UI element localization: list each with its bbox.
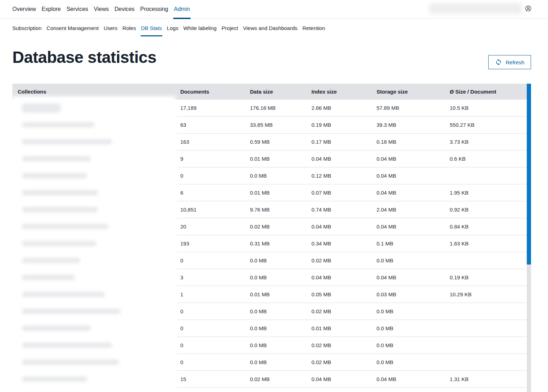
cell-data-size: 0.01 MB: [250, 190, 311, 196]
cell-avg-size: 3.73 KB: [450, 139, 531, 145]
table-row: 17,189176.18 MB2.66 MB57.89 MB10.5 KB: [12, 100, 531, 117]
table-row: 00.0 MB0.01 MB0.0 MB: [12, 320, 531, 337]
table-row: 90.01 MB0.04 MB0.04 MB0.6 KB: [12, 150, 531, 167]
nav-item-views[interactable]: Views: [91, 0, 111, 18]
cell-index-size: 2.66 MB: [311, 105, 377, 111]
subnav-item-views-and-dashboards[interactable]: Views and Dashboards: [240, 19, 300, 37]
subnav-item-logs[interactable]: Logs: [164, 19, 181, 37]
collection-name-redacted: [22, 190, 98, 195]
nav-item-devices[interactable]: Devices: [112, 0, 138, 18]
cell-documents: 6: [180, 190, 250, 196]
collection-name-redacted: [22, 360, 119, 365]
cell-documents: 9: [180, 156, 250, 162]
cell-documents: 1: [180, 291, 250, 297]
cell-avg-size: 550.27 KB: [450, 122, 531, 128]
subnav-item-consent-management[interactable]: Consent Management: [44, 19, 101, 37]
cell-data-size: 9.76 MB: [250, 207, 311, 213]
cell-collection-name: [12, 117, 180, 133]
cell-storage-size: 0.04 MB: [377, 224, 450, 230]
subnav-item-users[interactable]: Users: [101, 19, 120, 37]
table-row: 10.01 MB0.05 MB0.03 MB10.29 KB: [12, 286, 531, 303]
cell-documents: 0: [180, 342, 250, 348]
cell-data-size: 0.31 MB: [250, 240, 311, 247]
nav-item-overview[interactable]: Overview: [10, 0, 39, 18]
cell-storage-size: 0.1 MB: [377, 240, 450, 247]
cell-data-size: 176.18 MB: [250, 105, 311, 111]
cell-storage-size: 0.04 MB: [377, 190, 450, 196]
table-row: 6333.85 MB0.19 MB39.3 MB550.27 KB: [12, 117, 531, 133]
nav-item-explore[interactable]: Explore: [39, 0, 64, 18]
table-scrollbar[interactable]: [527, 84, 531, 392]
subnav-item-project[interactable]: Project: [219, 19, 241, 37]
cell-collection-name: [12, 218, 180, 235]
cell-data-size: 33.85 MB: [250, 122, 311, 128]
subnav-item-subscription[interactable]: Subscription: [10, 19, 44, 37]
cell-storage-size: 0.04 MB: [377, 156, 450, 162]
cell-documents: 3: [180, 274, 250, 280]
column-header-index-size: Index size: [311, 89, 377, 95]
table-row: 150.02 MB0.04 MB0.04 MB1.31 KB: [12, 371, 531, 388]
cell-avg-size: 10.5 KB: [450, 105, 531, 111]
user-account-icon[interactable]: [525, 5, 532, 12]
nav-item-services[interactable]: Services: [64, 0, 91, 18]
collection-name-redacted: [22, 122, 94, 127]
collection-name-redacted: [22, 275, 75, 280]
cell-data-size: 0.0 MB: [250, 173, 311, 179]
cell-index-size: 0.07 MB: [311, 190, 377, 196]
cell-storage-size: 0.0 MB: [377, 308, 450, 314]
cell-storage-size: 0.0 MB: [377, 342, 450, 348]
subnav-item-white-labeling[interactable]: White labeling: [181, 19, 219, 37]
table-body: 17,189176.18 MB2.66 MB57.89 MB10.5 KB633…: [12, 100, 531, 392]
page-header: Database statistics Refresh: [0, 37, 548, 84]
cell-index-size: 0.04 MB: [311, 156, 377, 162]
table-row: 1630.59 MB0.17 MB0.18 MB3.73 KB: [12, 133, 531, 150]
cell-storage-size: 0.03 MB: [377, 291, 450, 297]
cell-storage-size: 0.0 MB: [377, 359, 450, 365]
column-header-collections: Collections: [12, 84, 180, 100]
table-row: 00.0 MB0.12 MB0.04 MB: [12, 167, 531, 184]
subnav-item-roles[interactable]: Roles: [120, 19, 138, 37]
cell-index-size: 0.02 MB: [311, 342, 377, 348]
refresh-button[interactable]: Refresh: [488, 55, 531, 69]
cell-index-size: 0.04 MB: [311, 224, 377, 230]
column-header-documents: Documents: [180, 89, 250, 95]
nav-item-admin[interactable]: Admin: [171, 0, 193, 18]
cell-data-size: 0.59 MB: [250, 139, 311, 145]
cell-collection-name: [12, 235, 180, 252]
cell-collection-name: [12, 167, 180, 184]
collection-name-redacted: [22, 258, 80, 263]
cell-index-size: 0.05 MB: [311, 291, 377, 297]
cell-avg-size: 1.31 KB: [450, 376, 531, 382]
table-row: 00.0 MB0.02 MB0.0 MB: [12, 303, 531, 320]
subnav-item-db-stats[interactable]: DB Stats: [139, 19, 164, 37]
cell-index-size: 0.34 MB: [311, 240, 377, 247]
collection-name-redacted: [22, 139, 112, 144]
column-header-size-document: Ø Size / Document: [450, 89, 531, 95]
nav-item-processing[interactable]: Processing: [138, 0, 171, 18]
cell-storage-size: 39.3 MB: [377, 122, 450, 128]
subnav-item-retention[interactable]: Retention: [300, 19, 327, 37]
cell-data-size: 0.0 MB: [250, 274, 311, 280]
cell-index-size: 0.02 MB: [311, 359, 377, 365]
cell-storage-size: 0.04 MB: [377, 274, 450, 280]
table-header: CollectionsDocumentsData sizeIndex sizeS…: [12, 84, 531, 100]
cell-data-size: 0.02 MB: [250, 376, 311, 382]
collection-name-redacted: [22, 241, 96, 246]
collection-name-redacted: [22, 326, 91, 331]
table-row: 30.0 MB0.04 MB0.04 MB0.19 KB: [12, 269, 531, 286]
cell-collection-name: [12, 337, 180, 354]
collection-name-redacted: [22, 376, 87, 382]
cell-documents: 0: [180, 359, 250, 365]
cell-index-size: 0.19 MB: [311, 122, 377, 128]
scrollbar-thumb[interactable]: [527, 84, 531, 265]
cell-index-size: 0.17 MB: [311, 139, 377, 145]
cell-documents: 20: [180, 224, 250, 230]
cell-avg-size: 0.92 KB: [450, 207, 531, 213]
cell-collection-name: [12, 100, 180, 116]
cell-collection-name: [12, 201, 180, 218]
cell-storage-size: 0.04 MB: [377, 376, 450, 382]
redaction-overlay: [14, 386, 174, 392]
table-row: [12, 388, 531, 392]
cell-collection-name: [12, 371, 180, 387]
cell-collection-name: [12, 269, 180, 286]
